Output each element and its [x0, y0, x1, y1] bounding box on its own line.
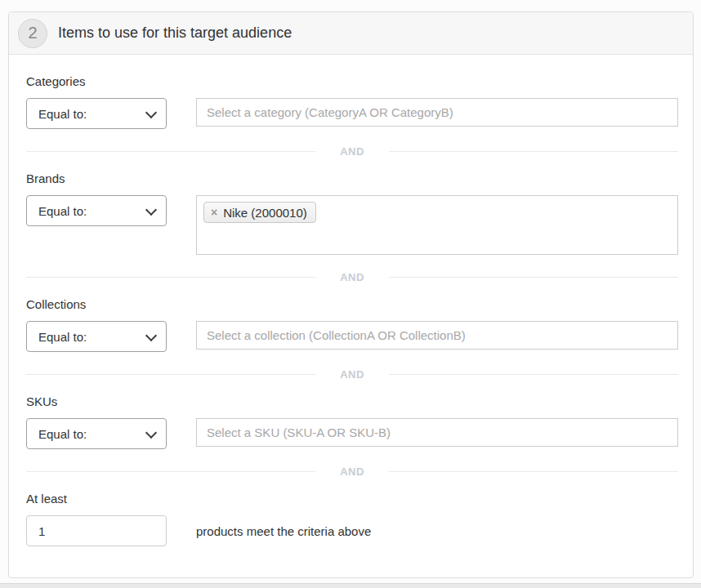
collections-input[interactable]: [196, 321, 678, 350]
and-divider: AND: [26, 369, 678, 380]
and-divider-label: AND: [315, 272, 389, 283]
and-divider-label: AND: [315, 369, 389, 380]
brands-operator-select-wrap: Equal to:: [26, 195, 167, 226]
panel-header: 2 Items to use for this target audience: [9, 12, 693, 55]
collections-row: Equal to:: [26, 321, 678, 352]
and-divider: AND: [26, 146, 678, 157]
divider-line: [26, 277, 315, 278]
brand-tag: × Nike (2000010): [203, 202, 316, 223]
and-divider-label: AND: [315, 146, 389, 157]
at-least-count-input[interactable]: [26, 515, 167, 546]
skus-row: Equal to:: [26, 418, 678, 449]
brands-operator-select[interactable]: Equal to:: [26, 195, 167, 226]
brand-tag-label: Nike (2000010): [223, 206, 307, 220]
tag-remove-icon[interactable]: ×: [211, 207, 217, 218]
brands-multiselect-box[interactable]: × Nike (2000010): [196, 195, 678, 255]
brands-row: Equal to: × Nike (2000010): [26, 195, 678, 255]
skus-label: SKUs: [26, 394, 678, 408]
skus-input[interactable]: [196, 418, 678, 447]
and-divider: AND: [26, 272, 678, 283]
categories-input[interactable]: [196, 98, 678, 127]
categories-operator-select[interactable]: Equal to:: [26, 98, 167, 129]
collections-operator-select[interactable]: Equal to:: [26, 321, 167, 352]
divider-line: [26, 471, 315, 472]
collections-operator-select-wrap: Equal to:: [26, 321, 167, 352]
categories-row: Equal to:: [26, 98, 678, 129]
categories-operator-select-wrap: Equal to:: [26, 98, 167, 129]
skus-operator-select-wrap: Equal to:: [26, 418, 167, 449]
at-least-description: products meet the criteria above: [196, 524, 371, 538]
categories-label: Categories: [26, 74, 678, 88]
divider-line: [389, 277, 678, 278]
panel-title: Items to use for this target audience: [58, 24, 292, 42]
and-divider-label: AND: [315, 466, 389, 477]
panel-body: Categories Equal to: AND Brands Equal to…: [9, 74, 693, 546]
divider-line: [26, 151, 315, 152]
target-audience-items-panel: 2 Items to use for this target audience …: [8, 11, 694, 578]
divider-line: [389, 471, 678, 472]
step-number-badge: 2: [18, 19, 47, 48]
collections-label: Collections: [26, 297, 678, 311]
bottom-edge-strip: [0, 583, 701, 588]
at-least-label: At least: [26, 492, 678, 506]
and-divider: AND: [26, 466, 678, 477]
at-least-row: products meet the criteria above: [26, 515, 678, 546]
divider-line: [26, 374, 315, 375]
brands-label: Brands: [26, 172, 678, 185]
divider-line: [389, 374, 678, 375]
skus-operator-select[interactable]: Equal to:: [26, 418, 167, 449]
divider-line: [389, 151, 678, 152]
